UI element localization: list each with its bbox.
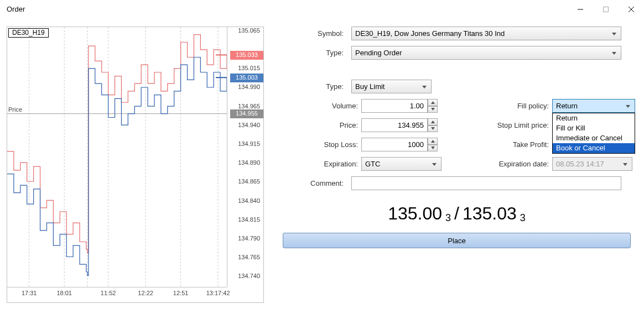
close-button[interactable] bbox=[619, 0, 644, 19]
price-line-label: Price bbox=[8, 106, 22, 113]
price-spinner[interactable] bbox=[361, 118, 442, 132]
spin-up-icon[interactable] bbox=[428, 118, 438, 125]
y-tick: 134.815 bbox=[238, 216, 260, 223]
svg-rect-1 bbox=[604, 7, 609, 12]
expdate-select: 08.05.23 14:17 bbox=[552, 157, 632, 171]
y-tick: 134.990 bbox=[238, 83, 260, 90]
minimize-button[interactable] bbox=[568, 0, 593, 19]
fillpolicy-option[interactable]: Fill or Kill bbox=[553, 123, 635, 133]
symbol-select[interactable]: DE30_H19, Dow Jones Germany Titans 30 In… bbox=[351, 27, 621, 40]
fillpolicy-option[interactable]: Return bbox=[553, 113, 635, 123]
pending-type-select[interactable]: Buy Limit bbox=[351, 80, 432, 93]
chart-symbol-label: DE30_H19 bbox=[8, 28, 49, 38]
spin-down-icon[interactable] bbox=[428, 106, 438, 113]
fillpolicy-option[interactable]: Book or Cancel bbox=[553, 143, 635, 153]
window-title: Order bbox=[7, 5, 25, 13]
fillpolicy-dropdown-list[interactable]: ReturnFill or KillImmediate or CancelBoo… bbox=[552, 113, 635, 154]
y-tick: 134.765 bbox=[238, 254, 260, 260]
y-tick: 134.865 bbox=[238, 178, 260, 185]
bid-price-tag: 135.003 bbox=[230, 74, 263, 82]
y-tick: 134.840 bbox=[238, 197, 260, 204]
expiration-label: Expiration: bbox=[281, 160, 361, 168]
stoploss-spinner[interactable] bbox=[361, 138, 442, 151]
y-tick: 134.965 bbox=[238, 103, 260, 109]
order-form: Symbol: DE30_H19, Dow Jones Germany Tita… bbox=[281, 27, 633, 304]
y-tick: 134.915 bbox=[238, 140, 260, 147]
takeprofit-label: Take Profit: bbox=[442, 140, 552, 149]
place-button[interactable]: Place bbox=[283, 233, 631, 248]
volume-input[interactable] bbox=[361, 99, 428, 113]
price-label: Price: bbox=[281, 121, 361, 129]
tick-chart: DE30_H19 Price 135.033 135.003 134.955 1… bbox=[7, 27, 264, 303]
y-tick: 134.740 bbox=[238, 273, 260, 279]
comment-label: Comment: bbox=[281, 179, 347, 187]
ask-price-tag: 135.033 bbox=[230, 51, 263, 60]
fillpolicy-select[interactable]: Return bbox=[552, 99, 635, 113]
pending-type-label: Type: bbox=[281, 82, 347, 91]
bid-ask-quote: 135.003 / 135.033 bbox=[388, 203, 526, 224]
price-input[interactable] bbox=[361, 118, 428, 132]
volume-label: Volume: bbox=[281, 102, 361, 110]
spin-up-icon[interactable] bbox=[428, 138, 438, 145]
spin-down-icon[interactable] bbox=[428, 145, 438, 152]
x-tick: 13:17:42 bbox=[206, 290, 230, 296]
price-line-tag: 134.955 bbox=[230, 109, 263, 118]
order-type-label: Type: bbox=[281, 49, 347, 57]
spin-up-icon[interactable] bbox=[428, 99, 438, 106]
x-tick: 11:52 bbox=[101, 290, 116, 296]
y-tick: 134.790 bbox=[238, 235, 260, 242]
x-tick: 12:22 bbox=[138, 290, 153, 296]
symbol-label: Symbol: bbox=[281, 29, 347, 38]
y-tick: 134.940 bbox=[238, 122, 260, 128]
fillpolicy-option[interactable]: Immediate or Cancel bbox=[553, 133, 635, 143]
expdate-label: Expiration date: bbox=[442, 160, 552, 168]
titlebar: Order bbox=[0, 0, 644, 19]
y-tick: 134.890 bbox=[238, 159, 260, 166]
spin-down-icon[interactable] bbox=[428, 125, 438, 133]
expiration-select[interactable]: GTC bbox=[361, 157, 442, 171]
x-tick: 12:51 bbox=[173, 290, 189, 296]
stoploss-input[interactable] bbox=[361, 138, 428, 151]
stoploss-label: Stop Loss: bbox=[281, 140, 361, 149]
x-tick: 17:31 bbox=[22, 290, 37, 296]
maximize-button[interactable] bbox=[593, 0, 619, 19]
order-window: Order DE30_H19 Price 135.033 135.003 134… bbox=[0, 0, 644, 314]
volume-spinner[interactable] bbox=[361, 99, 442, 113]
order-type-select[interactable]: Pending Order bbox=[351, 46, 621, 60]
stoplimit-label: Stop Limit price: bbox=[442, 121, 552, 129]
fillpolicy-label: Fill policy: bbox=[442, 102, 552, 110]
y-tick: 135.065 bbox=[238, 27, 260, 34]
comment-input[interactable] bbox=[351, 176, 621, 190]
x-tick: 18:01 bbox=[56, 290, 72, 296]
y-tick: 135.015 bbox=[238, 65, 260, 71]
